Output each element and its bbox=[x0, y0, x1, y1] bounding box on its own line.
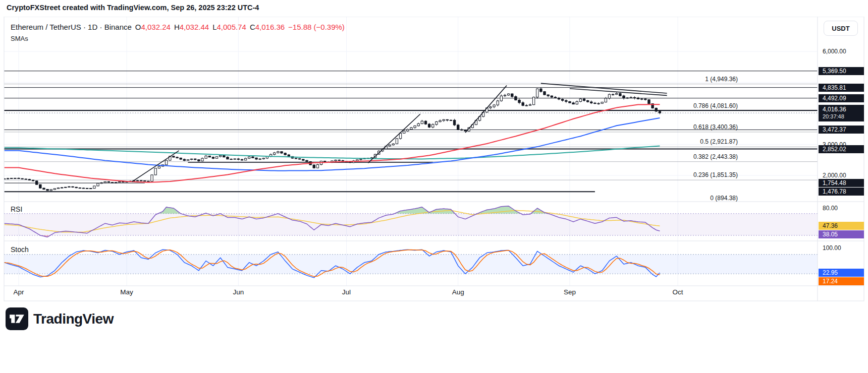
tradingview-logo-icon[interactable] bbox=[6, 307, 28, 330]
time-scale[interactable] bbox=[4, 286, 818, 301]
tradingview-footer: TradingView bbox=[6, 307, 114, 330]
ohlc-close-value: 4,016.36 bbox=[255, 23, 285, 31]
ohlc-open-value: 4,032.24 bbox=[141, 23, 171, 31]
symbol-title[interactable]: Ethereum / TetherUS · 1D · Binance bbox=[11, 23, 132, 31]
rsi-panel-label[interactable]: RSI bbox=[11, 205, 22, 213]
chart-canvas[interactable] bbox=[0, 0, 868, 373]
tradingview-wordmark[interactable]: TradingView bbox=[33, 311, 114, 327]
ohlc-high-value: 4,032.44 bbox=[180, 23, 209, 31]
ohlc-close-key: C bbox=[250, 23, 255, 31]
change-value: −15.88 (−0.39%) bbox=[288, 23, 345, 31]
currency-usdt-button[interactable]: USDT bbox=[824, 21, 858, 36]
symbol-legend: Ethereum / TetherUS · 1D · BinanceO4,032… bbox=[11, 22, 345, 44]
attribution-text: CryptoFXStreet created with TradingView.… bbox=[7, 4, 259, 12]
attribution-bar: CryptoFXStreet created with TradingView.… bbox=[0, 0, 868, 17]
indicator-legend-smas[interactable]: SMAs bbox=[11, 34, 345, 44]
ohlc-open-key: O bbox=[135, 23, 141, 31]
legend-line-1: Ethereum / TetherUS · 1D · BinanceO4,032… bbox=[11, 22, 345, 32]
ohlc-low-value: 4,005.74 bbox=[216, 23, 246, 31]
price-scale[interactable] bbox=[818, 17, 864, 286]
ohlc-high-key: H bbox=[174, 23, 180, 31]
stoch-panel-label[interactable]: Stoch bbox=[11, 245, 29, 254]
